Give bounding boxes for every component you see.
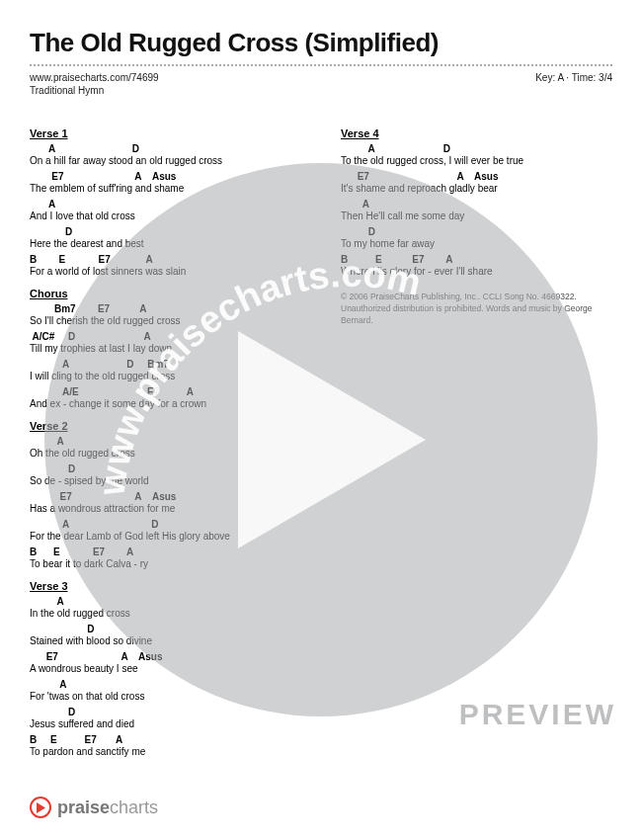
chord-line: E7 A Asus xyxy=(30,171,301,183)
chord-line: B E E7 A xyxy=(30,254,301,266)
lyric-line: And I love that old cross xyxy=(30,210,301,222)
divider xyxy=(30,64,612,66)
lyric-line: For a world of lost sinners was slain xyxy=(30,266,301,278)
key-time: Key: A · Time: 3/4 xyxy=(535,72,612,83)
lyric-line: It's shame and reproach gladly bear xyxy=(341,183,612,195)
page-title: The Old Rugged Cross (Simplified) xyxy=(30,28,612,58)
chord-line: D xyxy=(30,624,301,635)
footer-play-icon xyxy=(30,797,51,818)
chord-line: D xyxy=(30,707,301,718)
lyric-line: Here the dearest and best xyxy=(30,238,301,250)
lyric-line: For 'twas on that old cross xyxy=(30,691,301,703)
lyric-line: So de - spised by the world xyxy=(30,475,301,487)
chord-line: A/C# D A xyxy=(30,331,301,343)
lyric-line: Oh the old rugged cross xyxy=(30,448,301,460)
chord-line: A D xyxy=(30,143,301,155)
lyric-line: Jesus suffered and died xyxy=(30,718,301,730)
lyric-line: On a hill far away stood an old rugged c… xyxy=(30,155,301,167)
lyric-line: In the old rugged cross xyxy=(30,608,301,620)
chord-line: Bm7 E7 A xyxy=(30,303,301,315)
footer-logo: praisecharts xyxy=(30,797,158,818)
chord-line: A xyxy=(30,199,301,210)
lyric-line: Has a wondrous attraction for me xyxy=(30,503,301,515)
lyric-line: For the dear Lamb of God left His glory … xyxy=(30,531,301,543)
chord-line: B E E7 A xyxy=(341,254,612,266)
chord-line: A xyxy=(30,679,301,691)
meta-row: www.praisecharts.com/74699 Key: A · Time… xyxy=(30,72,612,83)
lyric-line: Where His glory for - ever I'll share xyxy=(341,266,612,278)
lyric-line: Then He'll call me some day xyxy=(341,210,612,222)
chord-line: A xyxy=(341,199,612,210)
content-columns: Verse 1 A DOn a hill far away stood an o… xyxy=(30,118,612,762)
chorus-heading: Chorus xyxy=(30,288,301,299)
chord-line: A D Bm7 xyxy=(30,359,301,371)
lyric-line: To the old rugged cross, I will ever be … xyxy=(341,155,612,167)
chord-line: B E E7 A xyxy=(30,734,301,746)
lyric-line: To my home far away xyxy=(341,238,612,250)
lyric-line: The emblem of suff'ring and shame xyxy=(30,183,301,195)
right-column: Verse 4 A DTo the old rugged cross, I wi… xyxy=(341,118,612,762)
lyric-line: A wondrous beauty I see xyxy=(30,663,301,675)
lyric-line: I will cling to the old rugged cross xyxy=(30,371,301,382)
chord-line: A/E E7 A xyxy=(30,386,301,398)
chord-line: A D xyxy=(341,143,612,155)
chord-line: D xyxy=(30,463,301,475)
chord-line: E7 A Asus xyxy=(30,491,301,503)
footer-brand: praisecharts xyxy=(57,798,158,818)
chord-line: D xyxy=(30,226,301,238)
source-url: www.praisecharts.com/74699 xyxy=(30,72,159,83)
left-column: Verse 1 A DOn a hill far away stood an o… xyxy=(30,118,301,762)
copyright-text: © 2006 PraiseCharts Publishing, Inc.. CC… xyxy=(341,292,612,327)
chord-line: D xyxy=(341,226,612,238)
lyric-line: Stained with blood so divine xyxy=(30,635,301,647)
chord-line: A D xyxy=(30,519,301,531)
verse4-heading: Verse 4 xyxy=(341,127,612,139)
chord-line: A xyxy=(30,436,301,448)
chord-line: E7 A Asus xyxy=(341,171,612,183)
verse2-heading: Verse 2 xyxy=(30,420,301,432)
verse3-heading: Verse 3 xyxy=(30,580,301,592)
lyric-line: To pardon and sanctify me xyxy=(30,746,301,758)
verse1-heading: Verse 1 xyxy=(30,127,301,139)
lyric-line: And ex - change it some day for a crown xyxy=(30,398,301,410)
chord-line: E7 A Asus xyxy=(30,651,301,663)
chord-line: B E E7 A xyxy=(30,546,301,558)
lyric-line: Till my trophies at last I lay down xyxy=(30,343,301,355)
subtitle: Traditional Hymn xyxy=(30,85,612,96)
lyric-line: To bear it to dark Calva - ry xyxy=(30,558,301,570)
svg-marker-2 xyxy=(37,802,45,813)
chord-line: A xyxy=(30,596,301,608)
lyric-line: So I'll cherish the old rugged cross xyxy=(30,315,301,327)
